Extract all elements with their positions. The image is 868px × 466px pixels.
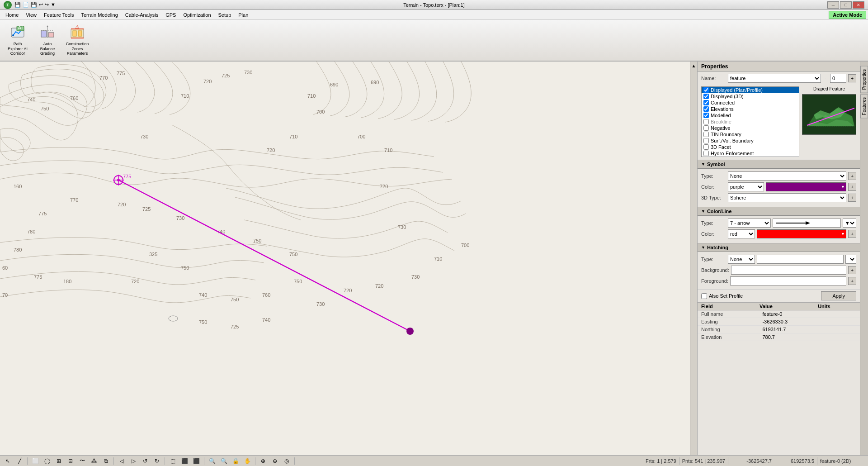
hatching-label: Hatching <box>707 245 728 250</box>
nav-grid-btn[interactable]: ⊞ <box>54 456 64 466</box>
fg-swatch[interactable] <box>730 276 846 285</box>
menu-gps[interactable]: GPS <box>162 11 179 19</box>
tab-properties[interactable]: Properties <box>860 66 868 93</box>
nav-right-btn[interactable]: ▷ <box>128 456 138 466</box>
name-plus-btn[interactable]: + <box>848 74 856 82</box>
cb-modelled[interactable]: Modelled <box>702 112 799 119</box>
nav-nodes-btn[interactable]: ⁂ <box>89 456 99 466</box>
nav-measure-btn[interactable]: ◎ <box>282 456 292 466</box>
panel-collapse-btn[interactable]: ▲ <box>690 62 697 455</box>
apply-button[interactable]: Apply <box>821 291 856 300</box>
nav-table-btn[interactable]: ⊟ <box>66 456 75 466</box>
symbol-3dtype-select[interactable]: Sphere <box>728 193 846 202</box>
symbol-color-select[interactable]: purple <box>728 182 764 191</box>
cb-elevations[interactable]: Elevations <box>702 106 799 112</box>
name-number-input[interactable] <box>830 74 846 83</box>
symbol-color-swatch[interactable]: ▼ <box>766 182 846 191</box>
menu-setup[interactable]: Setup <box>215 11 235 19</box>
svg-text:750: 750 <box>231 297 239 302</box>
elevation-value: 780.7 <box>762 334 823 340</box>
elevation-units <box>824 334 856 340</box>
cb-displayed-3d[interactable]: Displayed (3D) <box>702 93 799 100</box>
menu-feature-tools[interactable]: Feature Tools <box>40 11 77 19</box>
close-btn[interactable]: ✕ <box>853 1 864 9</box>
nav-zoom-out-btn[interactable]: 🔍 <box>219 456 229 466</box>
path-explorer-btn[interactable]: AI Path Explorer AI Corridor <box>4 22 32 58</box>
tab-features[interactable]: Features <box>860 94 868 118</box>
menu-home[interactable]: Home <box>2 11 22 19</box>
symbol-color-plus[interactable]: + <box>848 183 856 191</box>
cl-type-select2[interactable]: ▼ <box>843 219 856 228</box>
cb-hydro-enforcement[interactable]: Hydro-Enforcement <box>702 150 799 157</box>
cb-3d-facet[interactable]: 3D Facet <box>702 144 799 150</box>
cl-color-select[interactable]: red <box>728 229 755 238</box>
menu-optimization[interactable]: Optimization <box>179 11 214 19</box>
cb-surf-vol-boundary[interactable]: Surf./Vol. Boundary <box>702 138 799 144</box>
quick-access[interactable]: 💾 📄 💾 ↩ ↪ ▼ <box>14 2 56 8</box>
symbol-section-header[interactable]: ▼ Symbol <box>698 160 860 169</box>
cl-type-select[interactable]: 7 - arrow <box>728 219 771 228</box>
auto-balance-btn[interactable]: Auto Balance Grading <box>33 22 61 58</box>
cb-tin-boundary[interactable]: TIN Boundary <box>702 131 799 138</box>
fullname-value: feature-0 <box>762 311 823 317</box>
minimize-btn[interactable]: ─ <box>827 1 839 9</box>
nav-zoom-extent-btn[interactable]: ⊕ <box>258 456 268 466</box>
svg-text:720: 720 <box>344 288 352 293</box>
nav-lock-btn[interactable]: 🔒 <box>231 456 241 466</box>
nav-line-btn[interactable]: ╱ <box>14 456 24 466</box>
nav-curve-left-btn[interactable]: ↺ <box>140 456 150 466</box>
svg-text:730: 730 <box>140 134 148 139</box>
nav-box-btn[interactable]: ⬜ <box>30 456 40 466</box>
bg-plus[interactable]: + <box>848 266 856 274</box>
name-select[interactable]: feature <box>728 74 821 83</box>
scroll-area[interactable] <box>849 304 856 309</box>
nav-zoom-in-btn[interactable]: 🔍 <box>207 456 217 466</box>
draped-preview-container: Draped Feature <box>802 86 856 137</box>
menu-terrain-modeling[interactable]: Terrain Modeling <box>77 11 121 19</box>
svg-marker-84 <box>806 221 810 225</box>
cb-displayed-plan[interactable]: Displayed (Plan/Profile) <box>702 87 799 93</box>
cb-connected[interactable]: Connected <box>702 100 799 106</box>
nav-split-btn[interactable]: ⬛ <box>179 456 189 466</box>
nav-circle-btn[interactable]: ◯ <box>42 456 52 466</box>
hatch-type-select[interactable]: None <box>728 255 755 264</box>
fg-plus[interactable]: + <box>848 277 856 285</box>
cb-breakline[interactable]: Breakline <box>702 119 799 125</box>
nav-wave-btn[interactable]: 〜 <box>77 456 87 466</box>
svg-text:690: 690 <box>330 82 338 87</box>
hatching-section-header[interactable]: ▼ Hatching <box>698 243 860 252</box>
svg-text:725: 725 <box>142 206 151 212</box>
nav-pan-btn[interactable]: ✋ <box>242 456 252 466</box>
nav-curve-right-btn[interactable]: ↻ <box>152 456 162 466</box>
map-area[interactable]: .contour { fill: none; stroke: #b0a898; … <box>0 62 697 455</box>
menu-view[interactable]: View <box>22 11 40 19</box>
construction-zones-btn[interactable]: ⚠ Construction Zones Parameters <box>63 22 91 58</box>
maximize-btn[interactable]: □ <box>840 1 852 9</box>
cl-color-plus[interactable]: + <box>848 230 856 238</box>
nav-arrow-btn[interactable]: ↖ <box>3 456 13 466</box>
type-label: Type: <box>701 173 726 179</box>
nav-left-btn[interactable]: ◁ <box>117 456 127 466</box>
menu-plan[interactable]: Plan <box>235 11 252 19</box>
colorline-section-header[interactable]: ▼ Color/Line <box>698 207 860 216</box>
fields-header: Field Value Units <box>698 303 860 310</box>
symbol-3dtype-plus[interactable]: + <box>848 194 856 202</box>
cb-negative[interactable]: Negative <box>702 125 799 131</box>
svg-text:725: 725 <box>222 73 230 78</box>
symbol-type-select[interactable]: None <box>728 171 846 181</box>
nav-zoom-out2-btn[interactable]: ⊖ <box>270 456 280 466</box>
cl-color-swatch[interactable]: ▼ <box>757 229 846 238</box>
svg-text:720: 720 <box>267 147 275 153</box>
arrow-preview <box>773 219 841 228</box>
bg-swatch[interactable] <box>731 266 846 275</box>
hatch-dropdown[interactable]: ▼ <box>845 255 856 264</box>
nav-layers-btn[interactable]: ⧉ <box>101 456 111 466</box>
symbol-type-plus[interactable]: + <box>848 172 856 180</box>
nav-join-btn[interactable]: ⬛ <box>191 456 201 466</box>
active-mode-button[interactable]: Active Mode <box>829 11 866 19</box>
menu-cable-analysis[interactable]: Cable-Analysis <box>122 11 162 19</box>
also-set-profile-checkbox[interactable] <box>701 293 707 299</box>
window-controls[interactable]: ─ □ ✕ <box>827 1 864 9</box>
nav-copy-btn[interactable]: ⬚ <box>168 456 178 466</box>
draped-preview <box>802 94 856 135</box>
